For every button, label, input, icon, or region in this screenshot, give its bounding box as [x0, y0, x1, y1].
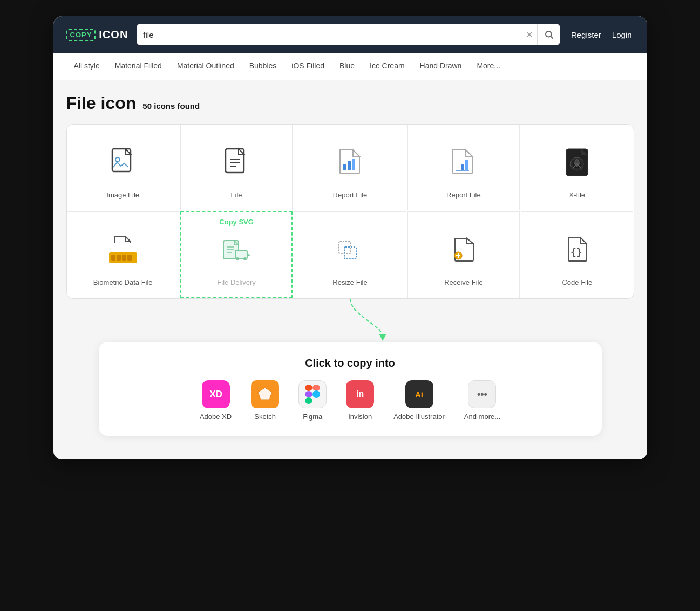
- svg-marker-39: [379, 334, 386, 341]
- copy-panel: Click to copy into XD Adobe XD: [99, 342, 602, 436]
- register-button[interactable]: Register: [569, 27, 603, 43]
- svg-rect-4: [226, 149, 244, 173]
- page-title: File icon: [66, 93, 137, 113]
- copy-target-figma[interactable]: Figma: [298, 380, 327, 421]
- icons-count: 50: [142, 101, 152, 111]
- report-file-2-icon: [442, 141, 485, 184]
- nav-blue[interactable]: Blue: [332, 53, 362, 80]
- file-icon: [215, 141, 258, 184]
- copy-targets: XD Adobe XD Sketch: [116, 380, 585, 421]
- copy-target-ai[interactable]: Ai Adobe Illustrator: [393, 380, 445, 421]
- receive-file-icon: [442, 229, 485, 272]
- icon-label-resize-file: Resize File: [332, 278, 367, 286]
- invision-label: Invision: [348, 413, 372, 421]
- svg-rect-11: [461, 164, 464, 170]
- nav-all-style[interactable]: All style: [66, 53, 107, 80]
- svg-rect-44: [305, 397, 312, 404]
- figma-label: Figma: [303, 413, 322, 421]
- svg-text:{}: {}: [570, 246, 582, 258]
- connector-arrow-svg: [296, 299, 415, 342]
- header-actions: Register Login: [569, 27, 634, 43]
- search-input[interactable]: [137, 24, 521, 45]
- icon-label-image-file: Image File: [106, 191, 139, 199]
- icon-cell-code-file[interactable]: {} Code File: [521, 211, 633, 298]
- nav-more[interactable]: More...: [469, 53, 508, 80]
- icon-label-report-file-2: Report File: [446, 191, 481, 199]
- ai-label: Adobe Illustrator: [393, 413, 445, 421]
- nav-hand-drawn[interactable]: Hand Drawn: [412, 53, 470, 80]
- svg-rect-25: [127, 255, 132, 261]
- main-content: File icon 50 icons found: [53, 80, 647, 459]
- copy-target-sketch[interactable]: Sketch: [251, 380, 279, 421]
- nav-material-filled[interactable]: Material Filled: [107, 53, 169, 80]
- svg-point-32: [243, 257, 247, 260]
- code-file-icon: {}: [555, 229, 599, 272]
- more-dots-icon: •••: [477, 389, 487, 400]
- xd-label: Adobe XD: [200, 413, 232, 421]
- login-button[interactable]: Login: [610, 27, 634, 43]
- search-clear-button[interactable]: ✕: [521, 24, 538, 45]
- icon-cell-biometric-data-file[interactable]: Biometric Data File: [67, 211, 179, 298]
- icon-cell-resize-file[interactable]: Resize File: [294, 211, 406, 298]
- logo: COPY ICON: [66, 29, 128, 41]
- icons-found-label: icons found: [154, 101, 200, 111]
- svg-rect-12: [465, 160, 468, 170]
- svg-rect-24: [122, 255, 126, 261]
- report-file-1-icon: [328, 141, 371, 184]
- svg-point-3: [115, 157, 120, 162]
- image-file-icon: [101, 141, 145, 184]
- svg-rect-22: [111, 255, 115, 261]
- icon-cell-file-delivery[interactable]: Copy SVG File Delivery: [180, 211, 293, 298]
- page-title-area: File icon 50 icons found: [66, 93, 634, 113]
- copy-target-invision[interactable]: in Invision: [346, 380, 374, 421]
- more-icon: •••: [468, 380, 496, 408]
- svg-rect-9: [348, 161, 351, 170]
- svg-point-18: [575, 160, 579, 163]
- icon-cell-image-file[interactable]: Image File: [67, 125, 179, 210]
- search-button[interactable]: [538, 24, 560, 45]
- copy-target-more[interactable]: ••• And more...: [464, 380, 500, 421]
- more-label: And more...: [464, 413, 500, 421]
- icon-cell-receive-file[interactable]: Receive File: [407, 211, 520, 298]
- icon-label-report-file-1: Report File: [333, 191, 368, 199]
- copy-target-xd[interactable]: XD Adobe XD: [200, 380, 232, 421]
- figma-icon: [298, 380, 327, 408]
- icon-cell-x-file[interactable]: X-file: [521, 125, 633, 210]
- file-delivery-icon: [215, 229, 258, 272]
- invision-icon: in: [346, 380, 374, 408]
- nav: All style Material Filled Material Outli…: [53, 53, 647, 80]
- resize-file-icon: [328, 229, 371, 272]
- copy-svg-label: Copy SVG: [219, 218, 254, 226]
- icon-label-biometric-data-file: Biometric Data File: [93, 278, 153, 286]
- icon-cell-file[interactable]: File: [180, 125, 293, 210]
- icon-label-code-file: Code File: [562, 278, 592, 286]
- ai-icon: Ai: [405, 380, 433, 408]
- svg-rect-8: [343, 164, 346, 170]
- svg-rect-10: [352, 159, 355, 170]
- svg-line-1: [551, 36, 553, 38]
- logo-icon-text: ICON: [99, 29, 128, 41]
- icon-label-file-delivery: File Delivery: [217, 278, 256, 286]
- nav-bubbles[interactable]: Bubbles: [242, 53, 284, 80]
- svg-point-45: [312, 390, 320, 398]
- svg-point-31: [236, 257, 239, 260]
- nav-ios-filled[interactable]: iOS Filled: [284, 53, 332, 80]
- search-icon: [544, 30, 554, 39]
- copy-panel-title: Click to copy into: [116, 357, 585, 369]
- app-container: COPY ICON ✕ Register Login All style Mat…: [53, 16, 647, 459]
- icon-cell-report-file-2[interactable]: Report File: [407, 125, 520, 210]
- search-bar: ✕: [137, 24, 560, 45]
- nav-ice-cream[interactable]: Ice Cream: [362, 53, 412, 80]
- svg-rect-23: [117, 255, 121, 261]
- icons-found: 50 icons found: [142, 101, 200, 111]
- icon-cell-report-file-1[interactable]: Report File: [294, 125, 406, 210]
- xd-icon: XD: [202, 380, 230, 408]
- sketch-label: Sketch: [254, 413, 276, 421]
- sketch-icon: [251, 380, 279, 408]
- svg-point-0: [546, 31, 552, 37]
- biometric-data-file-icon: [101, 229, 145, 272]
- x-file-icon: [555, 141, 599, 184]
- svg-rect-43: [305, 391, 312, 397]
- icon-label-receive-file: Receive File: [444, 278, 483, 286]
- nav-material-outlined[interactable]: Material Outlined: [169, 53, 242, 80]
